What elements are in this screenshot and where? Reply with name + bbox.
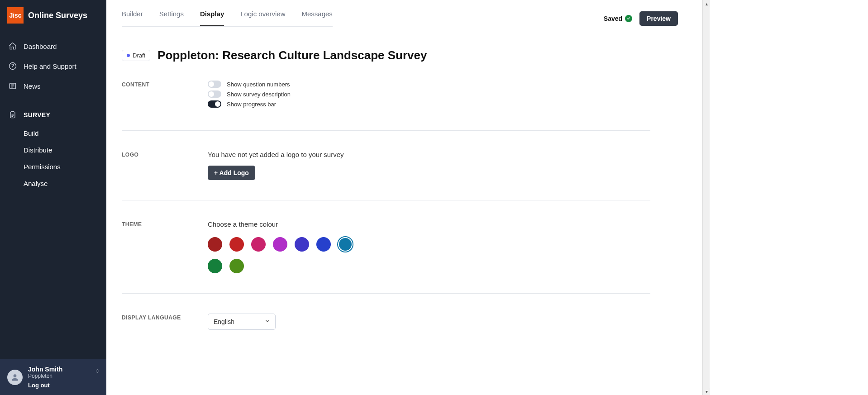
- toggle-row-numbers: Show question numbers: [208, 81, 650, 88]
- nav-permissions[interactable]: Permissions: [24, 158, 106, 175]
- nav-dashboard[interactable]: Dashboard: [0, 36, 106, 56]
- theme-swatches: [208, 237, 371, 273]
- nav-help-label: Help and Support: [24, 62, 76, 70]
- check-icon: [625, 15, 632, 22]
- logo-note: You have not yet added a logo to your su…: [208, 151, 650, 158]
- toggle-row-description: Show survey description: [208, 90, 650, 98]
- section-content-body: Show question numbers Show survey descri…: [208, 81, 650, 110]
- nav-news-label: News: [24, 82, 41, 90]
- brand-title: Online Surveys: [28, 11, 87, 20]
- theme-swatch-6[interactable]: [339, 238, 352, 251]
- help-icon: [8, 62, 17, 71]
- nav-distribute[interactable]: Distribute: [24, 142, 106, 158]
- nav-survey-label: SURVEY: [24, 111, 50, 119]
- org-switch-icon[interactable]: [95, 368, 100, 375]
- main: Builder Settings Display Logic overview …: [106, 0, 702, 395]
- nav-news[interactable]: News: [0, 76, 106, 96]
- home-icon: [8, 42, 17, 51]
- section-language-label: DISPLAY LANGUAGE: [122, 314, 208, 321]
- sidebar: Jisc Online Surveys Dashboard Help and S…: [0, 0, 106, 395]
- section-content-label: CONTENT: [122, 81, 208, 88]
- status-dot-icon: [127, 54, 130, 57]
- section-language: DISPLAY LANGUAGE English: [122, 314, 650, 350]
- tab-builder[interactable]: Builder: [122, 10, 143, 26]
- avatar: [7, 370, 23, 385]
- svg-point-4: [14, 374, 17, 377]
- sidebar-header: Jisc Online Surveys: [0, 0, 106, 27]
- theme-swatch-7[interactable]: [208, 259, 222, 273]
- toggle-numbers-label: Show question numbers: [227, 81, 290, 88]
- language-select[interactable]: English: [208, 314, 276, 330]
- user-name: John Smith: [28, 366, 99, 373]
- nav-help[interactable]: Help and Support: [0, 56, 106, 76]
- window-scrollbar[interactable]: ▴ ▾: [702, 0, 710, 395]
- nav-dashboard-label: Dashboard: [24, 43, 57, 50]
- section-theme-label: THEME: [122, 220, 208, 228]
- topbar-right: Saved Preview: [604, 11, 678, 26]
- chevron-down-icon: [264, 318, 271, 326]
- user-info: John Smith Poppleton Log out: [28, 366, 99, 389]
- section-theme-body: Choose a theme colour: [208, 220, 650, 273]
- status-badge-label: Draft: [133, 52, 145, 59]
- tab-messages[interactable]: Messages: [301, 10, 332, 26]
- scroll-down-icon[interactable]: ▾: [703, 388, 710, 395]
- jisc-logo: Jisc: [7, 7, 24, 24]
- theme-note: Choose a theme colour: [208, 220, 650, 228]
- theme-swatch-0[interactable]: [208, 237, 222, 252]
- tabs: Builder Settings Display Logic overview …: [122, 10, 333, 27]
- toggle-progress-label: Show progress bar: [227, 101, 276, 108]
- nav-build[interactable]: Build: [24, 125, 106, 142]
- tab-display[interactable]: Display: [200, 10, 224, 26]
- section-theme: THEME Choose a theme colour: [122, 220, 650, 294]
- section-logo-body: You have not yet added a logo to your su…: [208, 151, 650, 180]
- theme-swatch-2[interactable]: [251, 237, 266, 252]
- logout-link[interactable]: Log out: [28, 382, 99, 389]
- scroll-up-icon[interactable]: ▴: [703, 0, 710, 7]
- saved-status: Saved: [604, 15, 632, 22]
- svg-point-1: [12, 68, 13, 68]
- theme-swatch-3[interactable]: [273, 237, 287, 252]
- tab-settings[interactable]: Settings: [159, 10, 184, 26]
- nav-analyse[interactable]: Analyse: [24, 175, 106, 192]
- language-value: English: [214, 318, 234, 325]
- sidebar-user[interactable]: John Smith Poppleton Log out: [0, 359, 106, 395]
- theme-swatch-1[interactable]: [229, 237, 244, 252]
- theme-swatch-8[interactable]: [229, 259, 244, 273]
- toggle-description-label: Show survey description: [227, 91, 291, 98]
- nav-section-survey: SURVEY Build Distribute Permissions Anal…: [0, 105, 106, 192]
- tab-logic[interactable]: Logic overview: [240, 10, 285, 26]
- primary-nav: Dashboard Help and Support News: [0, 36, 106, 192]
- news-icon: [8, 81, 17, 90]
- topbar: Builder Settings Display Logic overview …: [106, 0, 702, 27]
- page-title: Poppleton: Research Culture Landscape Su…: [157, 48, 427, 62]
- clipboard-icon: [8, 110, 17, 119]
- section-logo: LOGO You have not yet added a logo to yo…: [122, 151, 650, 200]
- section-logo-label: LOGO: [122, 151, 208, 158]
- status-badge: Draft: [122, 50, 150, 61]
- add-logo-button[interactable]: + Add Logo: [208, 166, 255, 180]
- toggle-show-description[interactable]: [208, 90, 221, 98]
- saved-label: Saved: [604, 15, 622, 22]
- section-content: CONTENT Show question numbers Show surve…: [122, 81, 650, 131]
- title-row: Draft Poppleton: Research Culture Landsc…: [122, 48, 650, 62]
- user-org: Poppleton: [28, 373, 99, 379]
- content: Draft Poppleton: Research Culture Landsc…: [106, 27, 702, 377]
- nav-survey-head: SURVEY: [0, 105, 106, 125]
- toggle-row-progress: Show progress bar: [208, 100, 650, 108]
- theme-swatch-4[interactable]: [295, 237, 309, 252]
- section-language-body: English: [208, 314, 650, 330]
- theme-swatch-5[interactable]: [316, 237, 331, 252]
- toggle-show-numbers[interactable]: [208, 81, 221, 88]
- preview-button[interactable]: Preview: [639, 11, 678, 26]
- svg-rect-3: [10, 112, 15, 118]
- toggle-show-progress[interactable]: [208, 100, 221, 108]
